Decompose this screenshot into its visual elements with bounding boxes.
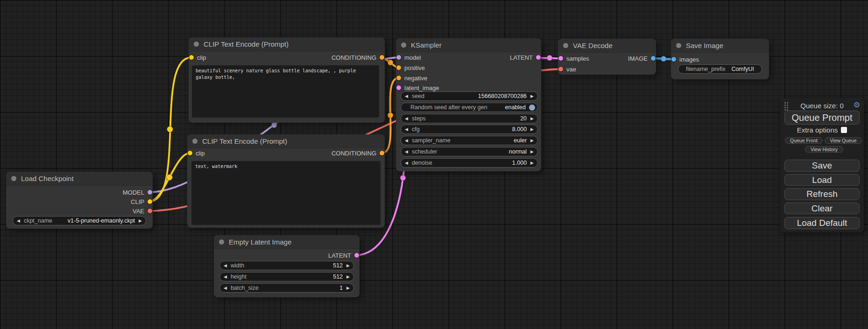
prompt-textarea[interactable]: text, watermark [191, 161, 381, 225]
input-slot-clip[interactable]: clip [188, 148, 205, 158]
slot-dot-clip[interactable] [188, 151, 192, 155]
collapse-dot-icon[interactable] [11, 176, 16, 181]
prompt-textarea[interactable]: beautiful scenery nature glass bottle la… [192, 65, 379, 118]
increment-arrow-icon[interactable]: ▶ [343, 286, 353, 290]
output-slot-conditioning[interactable]: CONDITIONING [332, 148, 384, 158]
slot-dot-image[interactable] [651, 56, 656, 61]
node-title-bar[interactable]: Save Image [671, 39, 769, 53]
output-slot-vae[interactable]: VAE [133, 206, 152, 216]
slot-dot-conditioning[interactable] [380, 55, 384, 60]
link-midpoint-dot[interactable] [547, 55, 552, 61]
increment-arrow-icon[interactable]: ▶ [343, 274, 353, 279]
output-slot-model[interactable]: MODEL [123, 188, 152, 197]
input-slot-positive[interactable]: positive [396, 63, 425, 72]
decrement-arrow-icon[interactable]: ◀ [401, 94, 412, 98]
node-vae-decode[interactable]: VAE Decode samples IMAGE vae [558, 39, 656, 75]
decrement-arrow-icon[interactable]: ◀ [401, 161, 412, 165]
link-midpoint-dot[interactable] [400, 175, 406, 181]
refresh-button[interactable]: Refresh [784, 188, 860, 200]
output-slot-latent[interactable]: LATENT [328, 251, 359, 260]
node-title-bar[interactable]: CLIP Text Encode (Prompt) [189, 37, 385, 51]
decrement-arrow-icon[interactable]: ◀ [13, 218, 24, 223]
view-queue-button[interactable]: View Queue [825, 137, 862, 144]
output-slot-clip[interactable]: CLIP [131, 197, 152, 206]
save-button[interactable]: Save [784, 160, 860, 172]
output-slot-conditioning[interactable]: CONDITIONING [332, 53, 384, 62]
decrement-arrow-icon[interactable]: ◀ [220, 286, 231, 290]
input-slot-clip[interactable]: clip [189, 53, 206, 62]
widget-filename-prefix[interactable]: filename_prefix ComfyUI [678, 64, 762, 74]
collapse-dot-icon[interactable] [676, 43, 681, 48]
toggle-knob-icon[interactable] [529, 105, 535, 111]
node-title-bar[interactable]: VAE Decode [558, 39, 656, 53]
input-slot-negative[interactable]: negative [396, 73, 427, 83]
node-title-bar[interactable]: KSampler [396, 38, 541, 52]
extra-options-checkbox[interactable] [841, 127, 847, 133]
link-midpoint-dot[interactable] [167, 175, 173, 181]
widget-width[interactable]: ◀ width 512 ▶ [219, 261, 354, 270]
queue-front-button[interactable]: Queue Front [785, 137, 823, 144]
decrement-arrow-icon[interactable]: ◀ [220, 263, 231, 268]
slot-dot-vae[interactable] [148, 209, 152, 213]
increment-arrow-icon[interactable]: ▶ [527, 116, 537, 121]
slot-dot-latent[interactable] [558, 56, 563, 61]
input-slot-latent-image[interactable]: latent_image [396, 83, 439, 92]
input-slot-vae[interactable]: vae [558, 64, 576, 74]
widget-cfg[interactable]: ◀ cfg 8.000 ▶ [401, 125, 538, 134]
increment-arrow-icon[interactable]: ▶ [527, 94, 537, 98]
widget-seed[interactable]: ◀ seed 156680208700286 ▶ [401, 91, 538, 101]
node-save-image[interactable]: Save Image images filename_prefix ComfyU… [671, 39, 769, 79]
node-graph-canvas[interactable]: Load Checkpoint MODEL CLIP VAE ◀ ckpt_na… [0, 0, 868, 329]
slot-dot-conditioning[interactable] [396, 65, 401, 70]
slot-dot-clip[interactable] [189, 55, 194, 60]
decrement-arrow-icon[interactable]: ◀ [401, 149, 412, 154]
output-slot-latent[interactable]: LATENT [510, 53, 541, 62]
link-midpoint-dot[interactable] [167, 126, 173, 133]
slot-dot-model[interactable] [148, 190, 152, 195]
slot-dot-model[interactable] [396, 55, 401, 60]
decrement-arrow-icon[interactable]: ◀ [401, 138, 412, 143]
decrement-arrow-icon[interactable]: ◀ [401, 127, 412, 132]
load-button[interactable]: Load [784, 174, 860, 186]
load-default-button[interactable]: Load Default [784, 217, 860, 229]
widget-batch-size[interactable]: ◀ batch_size 1 ▶ [219, 283, 354, 293]
increment-arrow-icon[interactable]: ▶ [135, 218, 146, 223]
node-clip-text-encode-negative[interactable]: CLIP Text Encode (Prompt) clip CONDITION… [187, 134, 385, 228]
slot-dot-vae[interactable] [558, 67, 563, 71]
widget-random-seed-toggle[interactable]: Random seed after every gen enabled [401, 103, 538, 112]
node-title-bar[interactable]: CLIP Text Encode (Prompt) [187, 134, 385, 148]
slot-dot-latent[interactable] [354, 253, 359, 258]
link-midpoint-dot[interactable] [661, 56, 666, 62]
node-ksampler[interactable]: KSampler model LATENT positive negative … [396, 38, 541, 171]
slot-dot-latent[interactable] [536, 55, 541, 60]
input-slot-model[interactable]: model [396, 53, 421, 62]
collapse-dot-icon[interactable] [192, 139, 198, 144]
collapse-dot-icon[interactable] [219, 239, 224, 245]
increment-arrow-icon[interactable]: ▶ [527, 149, 537, 154]
slot-dot-conditioning[interactable] [396, 76, 401, 80]
widget-scheduler[interactable]: ◀ scheduler normal ▶ [401, 147, 538, 156]
widget-height[interactable]: ◀ height 512 ▶ [219, 272, 354, 281]
node-title-bar[interactable]: Empty Latent Image [214, 235, 360, 249]
widget-denoise[interactable]: ◀ denoise 1.000 ▶ [401, 158, 538, 168]
increment-arrow-icon[interactable]: ▶ [527, 127, 537, 132]
increment-arrow-icon[interactable]: ▶ [527, 161, 537, 165]
collapse-dot-icon[interactable] [194, 42, 199, 47]
slot-dot-image[interactable] [671, 57, 676, 62]
widget-sampler-name[interactable]: ◀ sampler_name euler ▶ [401, 136, 538, 145]
view-history-button[interactable]: View History [805, 146, 843, 153]
input-slot-samples[interactable]: samples [558, 54, 589, 63]
node-load-checkpoint[interactable]: Load Checkpoint MODEL CLIP VAE ◀ ckpt_na… [6, 172, 153, 229]
output-slot-image[interactable]: IMAGE [628, 54, 656, 63]
link-midpoint-dot[interactable] [271, 122, 277, 128]
decrement-arrow-icon[interactable]: ◀ [220, 274, 231, 279]
slot-dot-conditioning[interactable] [380, 151, 384, 155]
collapse-dot-icon[interactable] [401, 42, 406, 48]
slot-dot-clip[interactable] [148, 199, 152, 204]
clear-button[interactable]: Clear [784, 203, 860, 214]
increment-arrow-icon[interactable]: ▶ [343, 263, 353, 268]
node-empty-latent-image[interactable]: Empty Latent Image LATENT ◀ width 512 ▶ … [214, 235, 360, 297]
input-slot-images[interactable]: images [671, 55, 699, 64]
link-midpoint-dot[interactable] [388, 112, 393, 118]
collapse-dot-icon[interactable] [563, 43, 568, 48]
